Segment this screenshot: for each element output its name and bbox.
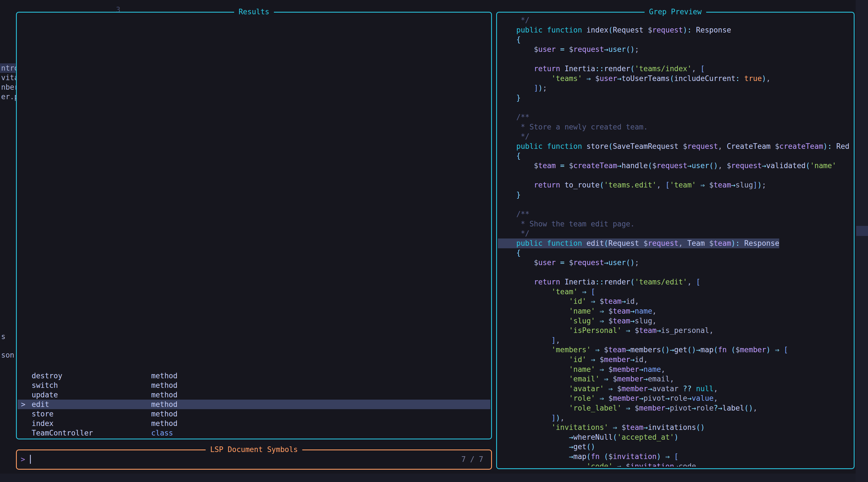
code-line: 'members' ⇒ $team→members()→get()→map(fn… (498, 345, 788, 355)
code-line: return Inertia::render('teams/edit', [ (498, 277, 700, 287)
symbol-name: edit (32, 400, 49, 409)
code-line: 'email' ⇒ $member→email, (498, 374, 674, 384)
prompt-icon: > (21, 455, 25, 464)
code-line: ]); (498, 83, 547, 93)
top-code-line: 3 namespace App\Http\Controllers\Teams; (0, 0, 18, 5)
preview-panel: Grep Preview */public function index(Req… (496, 12, 855, 469)
code-line: public function store(SaveTeamRequest $r… (498, 142, 849, 151)
symbol-kind: method (151, 380, 178, 390)
code-line: 'team' ⇒ [ (498, 287, 595, 297)
result-item-switch[interactable]: switchmethod (18, 380, 490, 390)
results-panel: Results destroymethodswitchmethodupdatem… (16, 12, 492, 440)
code-line: 'name' ⇒ $member→name, (498, 365, 665, 374)
prompt-panel-title: LSP Document Symbols (206, 445, 302, 454)
code-line-highlighted: public function edit(Request $request, T… (498, 238, 779, 248)
code-line: 'name' ⇒ $team→name, (498, 306, 657, 316)
symbol-kind: method (151, 400, 178, 409)
code-line: return to_route('teams.edit', ['team' ⇒ … (498, 180, 766, 190)
symbol-name: update (32, 390, 58, 400)
code-line: 'role' ⇒ $member→pivot→role→value, (498, 393, 718, 403)
code-line: public function index(Request $request):… (498, 25, 731, 35)
symbol-kind: method (151, 419, 178, 428)
result-item-destroy[interactable]: destroymethod (18, 371, 490, 380)
symbol-kind: method (151, 390, 178, 400)
results-list: destroymethodswitchmethodupdatemethod>ed… (18, 371, 490, 438)
preview-panel-title: Grep Preview (645, 7, 706, 16)
code-line: $user = $request→user(); (498, 45, 639, 54)
code-line: ]), (498, 413, 564, 423)
code-line: $team = $createTeam→handle($request→user… (498, 161, 836, 171)
code-line (498, 200, 516, 209)
bottom-code-line: 53 'name' ⇒ $team→name, (0, 473, 18, 482)
scrollbar-thumb[interactable] (856, 226, 868, 236)
symbol-name: destroy (32, 371, 62, 380)
clipped-text-fragment: ntro (0, 63, 16, 73)
code-line: */ (498, 16, 529, 25)
results-panel-title: Results (234, 7, 274, 16)
clipped-text-fragment: son (0, 350, 14, 360)
symbol-kind: method (151, 409, 178, 419)
code-line: 'id' ⇒ $member→id, (498, 355, 648, 365)
code-line: */ (498, 132, 529, 142)
code-line: } (498, 93, 521, 103)
code-line: { (498, 151, 521, 161)
result-item-TeamController[interactable]: TeamControllerclass (18, 428, 490, 438)
code-line: $user = $request→user(); (498, 258, 639, 267)
scrollbar-track (856, 0, 868, 482)
code-line: 'isPersonal' ⇒ $team→is_personal, (498, 325, 713, 335)
selected-marker: > (21, 400, 26, 409)
code-line: 'slug' ⇒ $team→slug, (498, 316, 657, 326)
symbol-filter-input[interactable] (34, 455, 435, 464)
code-line: } (498, 190, 521, 200)
prompt-panel: LSP Document Symbols > 7 / 7 (16, 450, 492, 470)
code-line: * Store a newly created team. (498, 122, 648, 132)
code-line (498, 103, 516, 112)
code-line (498, 171, 516, 180)
code-line: 'avatar' ⇒ $member→avatar ?? null, (498, 384, 718, 394)
code-line: 'code' ⇒ $invitation→code, (498, 461, 700, 466)
code-line (498, 267, 516, 278)
symbol-name: switch (32, 380, 58, 390)
code-line: /** (498, 112, 529, 122)
code-line: */ (498, 229, 529, 238)
result-item-store[interactable]: storemethod (18, 409, 490, 419)
clipped-text-fragment: s (0, 332, 6, 341)
code-line: * Show the team edit page. (498, 219, 635, 229)
symbol-name: TeamController (32, 428, 93, 438)
code-line: return Inertia::render('teams/index', [ (498, 64, 705, 74)
result-item-update[interactable]: updatemethod (18, 390, 490, 400)
code-line: 'invitations' ⇒ $team→invitations() (498, 423, 705, 432)
symbol-name: index (32, 419, 54, 428)
text-cursor (30, 455, 31, 464)
code-line: ], (498, 335, 560, 345)
code-line (498, 54, 516, 64)
code-line: 'teams' ⇒ $user→toUserTeams(includeCurre… (498, 74, 771, 84)
code-line: 'id' ⇒ $team→id, (498, 296, 639, 306)
code-line: →get() (498, 442, 595, 452)
editor-bottom-strip (0, 474, 868, 482)
code-line: 'role_label' ⇒ $member→pivot→role?→label… (498, 403, 757, 413)
symbol-kind: class (151, 428, 173, 438)
code-line: /** (498, 209, 529, 219)
match-counter: 7 / 7 (461, 455, 483, 464)
result-item-edit[interactable]: >editmethod (18, 400, 490, 409)
code-line: →map(fn ($invitation) ⇒ [ (498, 452, 678, 461)
editor-window: 3 namespace App\Http\Controllers\Teams; … (0, 0, 868, 482)
preview-code: */public function index(Request $request… (498, 16, 853, 466)
result-item-index[interactable]: indexmethod (18, 419, 490, 428)
code-line: →whereNull('accepted_at') (498, 432, 678, 442)
code-line: { (498, 35, 521, 45)
symbol-kind: method (151, 371, 178, 380)
symbol-name: store (32, 409, 54, 419)
code-line: { (498, 248, 521, 258)
